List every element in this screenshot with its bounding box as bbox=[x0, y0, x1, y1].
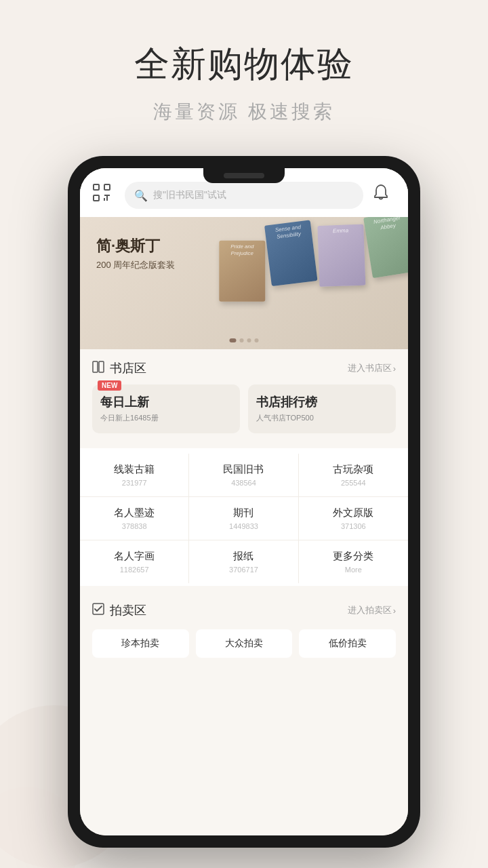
auction-icon bbox=[92, 603, 104, 618]
cat-name: 线装古籍 bbox=[114, 463, 155, 476]
svg-rect-8 bbox=[93, 361, 98, 372]
cat-count: 1182657 bbox=[120, 566, 149, 574]
page-title: 全新购物体验 bbox=[0, 41, 488, 88]
page-header: 全新购物体验 海量资源 极速搜索 bbox=[0, 0, 488, 152]
daily-new-subtitle: 今日新上16485册 bbox=[100, 413, 232, 423]
ranking-card[interactable]: 书店排行榜 人气书店TOP500 bbox=[248, 384, 396, 433]
dot-4[interactable] bbox=[255, 338, 259, 342]
new-badge: NEW bbox=[98, 380, 121, 391]
cat-name: 更多分类 bbox=[333, 550, 373, 563]
banner-subtitle: 200 周年纪念版套装 bbox=[96, 259, 175, 271]
auction-title-row: 拍卖区 bbox=[92, 602, 146, 618]
bookstore-section: 书店区 进入书店区 › NEW 每日上新 今日新上16485册 书 bbox=[80, 349, 408, 448]
bell-icon[interactable] bbox=[371, 183, 396, 208]
bookstore-icon bbox=[92, 361, 104, 376]
book-cover-4: Northanger Abbey bbox=[363, 217, 408, 278]
bookstore-section-header: 书店区 进入书店区 › bbox=[80, 349, 408, 384]
cat-name: 外文原版 bbox=[333, 507, 373, 519]
app-content[interactable]: 🔍 搜"旧书民国"试试 简·奥斯丁 200 周年纪念版套装 bbox=[80, 168, 408, 835]
cat-count: 438564 bbox=[231, 479, 256, 487]
cat-item-mingrenzihua[interactable]: 名人字画 1182657 bbox=[80, 540, 189, 583]
cat-count: 371306 bbox=[341, 522, 366, 530]
cat-item-guwanzaxiang[interactable]: 古玩杂项 255544 bbox=[299, 454, 408, 497]
cat-name: 古玩杂项 bbox=[333, 463, 373, 476]
cat-name: 名人墨迹 bbox=[114, 507, 155, 519]
auction-section: 拍卖区 进入拍卖区 › 珍本拍卖 大众拍卖 低价拍卖 bbox=[80, 591, 408, 667]
search-icon: 🔍 bbox=[134, 189, 148, 202]
cat-name: 民国旧书 bbox=[223, 463, 264, 476]
phone-frame: 🔍 搜"旧书民国"试试 简·奥斯丁 200 周年纪念版套装 bbox=[68, 156, 420, 848]
dot-3[interactable] bbox=[247, 338, 251, 342]
auction-title: 拍卖区 bbox=[110, 602, 146, 618]
daily-new-title: 每日上新 bbox=[100, 394, 232, 410]
banner[interactable]: 简·奥斯丁 200 周年纪念版套装 Pride and Prejudice Se… bbox=[80, 217, 408, 349]
search-bar[interactable]: 🔍 搜"旧书民国"试试 bbox=[125, 182, 363, 209]
cat-item-mingrenmo[interactable]: 名人墨迹 378838 bbox=[80, 497, 189, 540]
banner-books: Pride and Prejudice Sense and Sensibilit… bbox=[216, 217, 408, 303]
auction-card-rare[interactable]: 珍本拍卖 bbox=[92, 629, 189, 658]
cat-count: 231977 bbox=[122, 479, 147, 487]
cat-count: More bbox=[345, 566, 362, 574]
search-placeholder-text: 搜"旧书民国"试试 bbox=[153, 189, 226, 201]
dot-1[interactable] bbox=[230, 338, 237, 342]
category-grid: 线装古籍 231977 民国旧书 438564 古玩杂项 255544 名人墨迹… bbox=[80, 454, 408, 583]
svg-rect-3 bbox=[104, 184, 110, 190]
banner-dots bbox=[230, 338, 259, 342]
banner-text: 简·奥斯丁 200 周年纪念版套装 bbox=[96, 236, 175, 271]
book-cover-3: Emma bbox=[317, 224, 365, 287]
scan-icon[interactable] bbox=[92, 183, 117, 208]
auction-card-lowprice[interactable]: 低价拍卖 bbox=[299, 629, 396, 658]
grid-section: 线装古籍 231977 民国旧书 438564 古玩杂项 255544 名人墨迹… bbox=[80, 448, 408, 586]
ranking-title: 书店排行榜 bbox=[256, 394, 388, 410]
cat-name: 名人字画 bbox=[114, 550, 155, 563]
category-cards: NEW 每日上新 今日新上16485册 书店排行榜 人气书店TOP500 bbox=[80, 384, 408, 443]
svg-rect-4 bbox=[94, 195, 99, 201]
auction-link[interactable]: 进入拍卖区 › bbox=[348, 604, 396, 616]
cat-item-xian-zhuang[interactable]: 线装古籍 231977 bbox=[80, 454, 189, 497]
bookstore-link[interactable]: 进入书店区 › bbox=[348, 362, 396, 374]
phone-notch bbox=[203, 168, 285, 183]
phone-speaker bbox=[224, 173, 264, 178]
cat-count: 255544 bbox=[341, 479, 366, 487]
book-cover-1: Pride and Prejudice bbox=[219, 241, 265, 302]
cat-item-baozhi[interactable]: 报纸 3706717 bbox=[189, 540, 298, 583]
cat-name: 报纸 bbox=[233, 550, 253, 563]
daily-new-card[interactable]: NEW 每日上新 今日新上16485册 bbox=[92, 384, 240, 433]
phone-screen: 🔍 搜"旧书民国"试试 简·奥斯丁 200 周年纪念版套装 bbox=[80, 168, 408, 835]
cat-count: 1449833 bbox=[229, 522, 258, 530]
ranking-subtitle: 人气书店TOP500 bbox=[256, 413, 388, 423]
cat-item-minguojiu[interactable]: 民国旧书 438564 bbox=[189, 454, 298, 497]
auction-cards: 珍本拍卖 大众拍卖 低价拍卖 bbox=[80, 627, 408, 667]
cat-count: 378838 bbox=[122, 522, 147, 530]
cat-item-waiwenyuanban[interactable]: 外文原版 371306 bbox=[299, 497, 408, 540]
banner-title: 简·奥斯丁 bbox=[96, 236, 175, 256]
dot-2[interactable] bbox=[240, 338, 244, 342]
svg-rect-2 bbox=[94, 184, 99, 190]
auction-card-public[interactable]: 大众拍卖 bbox=[196, 629, 293, 658]
page-subtitle: 海量资源 极速搜索 bbox=[0, 99, 488, 125]
bookstore-title: 书店区 bbox=[110, 360, 146, 376]
bookstore-title-row: 书店区 bbox=[92, 360, 146, 376]
auction-section-header: 拍卖区 进入拍卖区 › bbox=[80, 591, 408, 627]
cat-item-more[interactable]: 更多分类 More bbox=[299, 540, 408, 583]
book-cover-2: Sense and Sensibility bbox=[264, 220, 317, 286]
cat-name: 期刊 bbox=[233, 507, 253, 519]
cat-count: 3706717 bbox=[229, 566, 258, 574]
cat-item-qikan[interactable]: 期刊 1449833 bbox=[189, 497, 298, 540]
svg-rect-9 bbox=[99, 361, 104, 372]
